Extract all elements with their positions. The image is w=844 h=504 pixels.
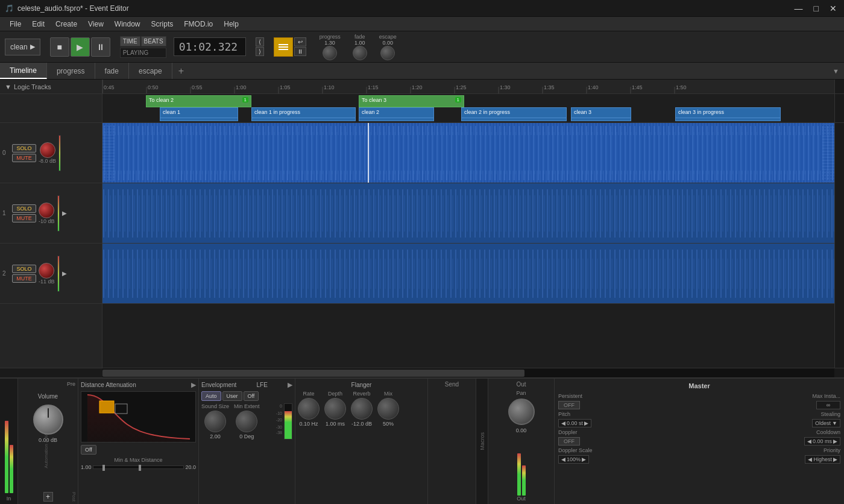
green-clip-1[interactable]: To clean 2 1 xyxy=(146,95,251,107)
track-0-waveform[interactable] xyxy=(102,123,834,183)
prev-button[interactable]: ⟨ xyxy=(256,37,264,46)
doppler-scale-val[interactable]: ◀ 100% ▶ xyxy=(558,455,589,464)
flanger-depth-group: Depth 1.00 ms xyxy=(324,391,346,427)
param-escape-knob[interactable] xyxy=(380,46,395,60)
menu-help[interactable]: Help xyxy=(219,19,244,30)
track-1-waveform[interactable] xyxy=(102,183,834,243)
reverb-knob[interactable] xyxy=(351,398,373,420)
min-extent-knob[interactable] xyxy=(236,411,257,432)
menu-create[interactable]: Create xyxy=(51,19,82,30)
flanger-depth-knob[interactable] xyxy=(324,398,346,420)
stealing-val[interactable]: Oldest ▼ xyxy=(812,419,840,427)
flanger-rate-knob[interactable] xyxy=(298,398,320,420)
menu-edit[interactable]: Edit xyxy=(27,19,49,30)
env-user-btn[interactable]: User xyxy=(222,391,242,401)
track-0-mute[interactable]: MUTE xyxy=(12,154,36,162)
next-button[interactable]: ⟩ xyxy=(256,47,264,56)
persistent-toggle[interactable]: OFF xyxy=(558,401,580,409)
track-1-volume-knob[interactable] xyxy=(39,203,54,218)
tab-add-button[interactable]: + xyxy=(172,63,190,79)
svg-text:1:05: 1:05 xyxy=(280,84,291,90)
param-progress-knob[interactable] xyxy=(323,46,337,60)
maximize-button[interactable]: □ xyxy=(811,4,821,13)
envelopment-panel: Envelopment LFE ▶ Auto User Off Sound Si… xyxy=(199,379,295,504)
loop-button-bot[interactable]: ⏸ xyxy=(294,47,306,56)
tab-escape[interactable]: escape xyxy=(129,63,172,79)
fader-knob-container xyxy=(33,405,63,435)
timeline-ruler: 0:45 0:50 0:55 1:00 1:05 1:10 1:15 1:20 xyxy=(102,80,834,93)
track-0-waveform-row xyxy=(102,123,834,183)
min-handle[interactable] xyxy=(102,465,105,471)
scrollbar-right[interactable] xyxy=(834,80,844,93)
collapse-icon[interactable]: ▼ xyxy=(5,83,11,90)
track-1-solo[interactable]: SOLO xyxy=(12,204,36,213)
clip-scrollbar-right[interactable] xyxy=(834,94,844,122)
time-display: 01:02.322 xyxy=(174,37,246,56)
tab-timeline[interactable]: Timeline xyxy=(0,63,47,79)
envelopment-play-icon[interactable]: ▶ xyxy=(288,381,292,389)
track-2-mute[interactable]: MUTE xyxy=(12,274,36,283)
stop-button[interactable]: ■ xyxy=(50,37,69,57)
minimize-button[interactable]: — xyxy=(792,4,805,13)
param-fade-knob[interactable] xyxy=(353,46,367,60)
fader-add-btn[interactable]: + xyxy=(43,492,53,502)
close-button[interactable]: ✕ xyxy=(827,4,839,13)
macros-label: Macros xyxy=(479,432,485,450)
tab-progress[interactable]: progress xyxy=(47,63,95,79)
track-2-waveform[interactable] xyxy=(102,244,834,303)
pitch-val[interactable]: ◀ 0.00 st ▶ xyxy=(558,419,591,427)
track-0-volume-knob[interactable] xyxy=(40,142,55,158)
svg-text:1:30: 1:30 xyxy=(500,84,511,90)
doppler-toggle[interactable]: OFF xyxy=(558,437,580,446)
mix-val: 50% xyxy=(383,421,394,427)
menu-file[interactable]: File xyxy=(5,19,26,30)
spatializer-title: Distance Attenuation xyxy=(81,382,136,388)
loop-button-top[interactable]: ↩ xyxy=(294,37,306,46)
h-scrollbar-row xyxy=(0,368,844,377)
play-button[interactable]: ▶ xyxy=(71,37,90,57)
time-mode-beats[interactable]: BEATS xyxy=(141,36,166,46)
tab-fade[interactable]: fade xyxy=(95,63,129,79)
track-1-play[interactable]: ▶ xyxy=(62,210,67,216)
green-clip-2[interactable]: To clean 3 1 xyxy=(359,95,464,107)
h-scrollbar-thumb[interactable] xyxy=(102,370,524,377)
reverb-val: -12.0 dB xyxy=(351,421,372,427)
env-auto-btn[interactable]: Auto xyxy=(201,391,221,401)
cooldown-label: Cooldown xyxy=(816,429,840,435)
track-0-solo[interactable]: SOLO xyxy=(12,144,36,153)
spatializer-header: Distance Attenuation ▶ xyxy=(81,381,196,389)
h-scrollbar[interactable] xyxy=(102,368,834,377)
cooldown-val[interactable]: ◀ 0.00 ms ▶ xyxy=(804,437,840,446)
scale-arrow-l: ◀ xyxy=(561,456,565,462)
clip-bar-5 xyxy=(571,118,631,121)
doppler-label: Doppler xyxy=(558,429,578,435)
pause-button[interactable]: ⏸ xyxy=(91,37,110,57)
min-max-slider[interactable] xyxy=(93,465,184,469)
sound-size-knob[interactable] xyxy=(204,411,226,432)
pan-knob[interactable] xyxy=(508,398,535,425)
spatializer-off-btn[interactable]: Off xyxy=(81,445,96,455)
volume-knob[interactable] xyxy=(33,405,63,435)
env-off-btn[interactable]: Off xyxy=(244,391,259,401)
event-tab-play[interactable]: ▶ xyxy=(30,43,35,51)
max-handle[interactable] xyxy=(139,465,141,471)
mix-group: Mix 50% xyxy=(377,391,399,427)
track-2-volume-knob[interactable] xyxy=(39,263,54,279)
menu-view[interactable]: View xyxy=(83,19,109,30)
menu-fmodio[interactable]: FMOD.io xyxy=(179,19,218,30)
track-2-solo[interactable]: SOLO xyxy=(12,265,36,273)
track-1-mute[interactable]: MUTE xyxy=(12,214,36,222)
waveform-scrollbar-right[interactable] xyxy=(834,123,844,368)
priority-val[interactable]: ◀ Highest ▶ xyxy=(805,455,840,464)
menu-scripts[interactable]: Scripts xyxy=(146,19,178,30)
mix-knob[interactable] xyxy=(377,398,399,420)
tab-dropdown-icon[interactable]: ▼ xyxy=(833,68,839,75)
menu-window[interactable]: Window xyxy=(110,19,145,30)
spatializer-play-icon[interactable]: ▶ xyxy=(191,381,196,389)
time-mode-time[interactable]: TIME xyxy=(120,36,140,46)
titlebar: 🎵 celeste_audio.fspro* - Event Editor — … xyxy=(0,0,844,17)
list-view-button[interactable] xyxy=(274,37,293,57)
track-2-play[interactable]: ▶ xyxy=(62,270,67,277)
playing-label: PLAYING xyxy=(120,48,166,58)
svg-text:0:50: 0:50 xyxy=(148,84,159,90)
